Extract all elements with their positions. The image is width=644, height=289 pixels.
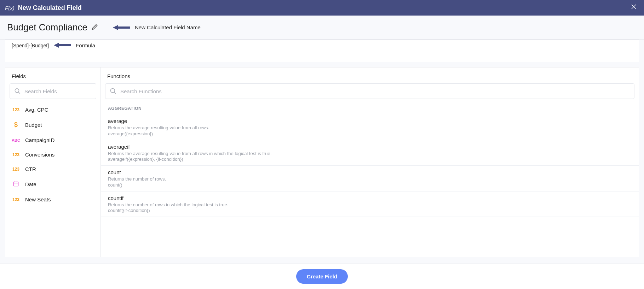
field-item[interactable]: 123CTR [5,162,100,176]
functions-panel: Functions AGGREGATION averageReturns the… [100,67,639,257]
fields-search-input[interactable] [24,88,92,94]
function-item[interactable]: countifReturns the number of rows in whi… [101,191,639,217]
field-item[interactable]: $Budget [5,117,100,133]
function-name: average [108,118,632,124]
svg-line-5 [18,92,20,94]
field-item[interactable]: Date [5,176,100,192]
function-item[interactable]: averageReturns the average resulting val… [101,114,639,140]
function-item[interactable]: countReturns the number of rows.count() [101,166,639,191]
name-row: Budget Compliance New Calculated Field N… [0,16,644,40]
create-field-button[interactable]: Create Field [296,269,348,284]
function-signature: countif({if-condition}) [108,208,632,213]
field-item[interactable]: ABCCampaignID [5,133,100,147]
fields-search[interactable] [10,83,96,99]
calculated-field-name: Budget Compliance [7,22,87,33]
fields-list: 123Avg. CPC$BudgetABCCampaignID123Conver… [5,102,100,207]
svg-rect-6 [13,182,18,186]
fx-label: F(x) [5,5,15,11]
function-name: count [108,169,632,175]
functions-search-input[interactable] [120,88,630,94]
field-type-icon: 123 [11,197,21,202]
functions-list: averageReturns the average resulting val… [101,114,639,217]
function-signature: averageif({expression}, {if-condition}) [108,157,632,162]
field-label: Date [25,181,36,187]
titlebar: F(x) New Calculated Field [0,0,644,16]
field-label: Budget [25,122,42,128]
function-name: countif [108,195,632,201]
edit-name-icon[interactable] [91,23,99,32]
field-label: New Seats [25,196,51,202]
annotation-name-text: New Calculated Field Name [135,24,201,30]
footer: Create Field [0,264,644,289]
function-desc: Returns the number of rows. [108,176,632,182]
field-item[interactable]: 123New Seats [5,192,100,207]
field-label: Avg. CPC [25,107,48,113]
annotation-formula: Formula [54,42,95,48]
annotation-name: New Calculated Field Name [113,24,201,31]
field-label: Conversions [25,152,54,158]
field-item[interactable]: 123Conversions [5,147,100,162]
field-type-icon: 123 [11,167,21,172]
field-label: CampaignID [25,137,54,143]
functions-search[interactable] [105,83,634,99]
annotation-formula-text: Formula [76,42,95,48]
functions-section-title: AGGREGATION [101,102,639,114]
fields-panel-title: Fields [5,67,100,83]
field-label: CTR [25,166,36,172]
function-signature: average({expression}) [108,131,632,136]
functions-panel-title: Functions [101,67,639,83]
svg-line-11 [114,92,116,94]
svg-marker-3 [54,43,71,48]
function-desc: Returns the number of rows in which the … [108,202,632,208]
field-type-icon: 123 [11,152,21,157]
svg-point-10 [111,89,115,93]
field-type-icon: $ [11,121,21,129]
search-icon [110,88,117,95]
function-signature: count() [108,182,632,188]
field-type-icon: 123 [11,107,21,112]
function-desc: Returns the average resulting value from… [108,151,632,157]
field-type-icon [11,181,21,188]
svg-point-4 [15,89,19,93]
svg-marker-2 [113,25,130,30]
close-icon[interactable] [631,4,639,12]
formula-text: [Spend]-[Budget] [12,43,49,48]
function-item[interactable]: averageifReturns the average resulting v… [101,140,639,166]
formula-editor[interactable]: [Spend]-[Budget] Formula [5,40,639,62]
search-icon [14,88,21,95]
function-name: averageif [108,144,632,150]
dialog-title: New Calculated Field [18,4,631,12]
panels: Fields 123Avg. CPC$BudgetABCCampaignID12… [0,62,644,262]
field-item[interactable]: 123Avg. CPC [5,102,100,117]
function-desc: Returns the average resulting value from… [108,125,632,131]
fields-panel: Fields 123Avg. CPC$BudgetABCCampaignID12… [5,67,100,257]
field-type-icon: ABC [11,138,21,142]
